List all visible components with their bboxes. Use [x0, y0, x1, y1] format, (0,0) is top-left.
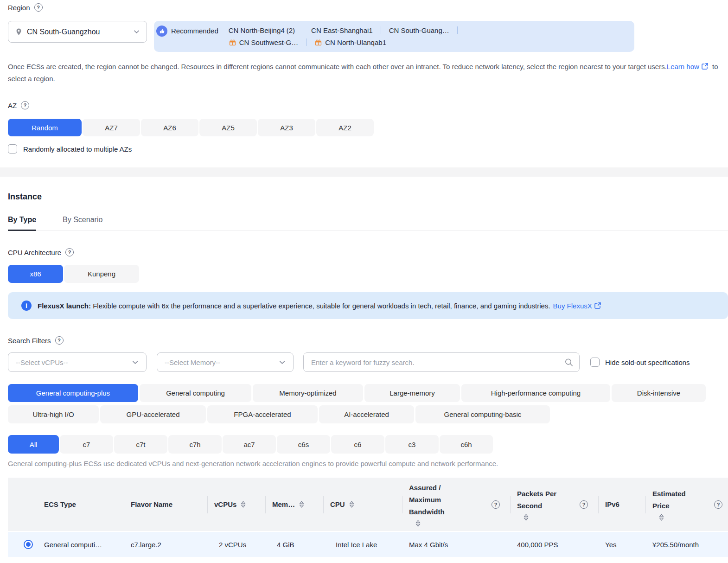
cpu-arch-help-icon[interactable]	[65, 248, 74, 256]
header-bandwidth: Assured / Maximum Bandwidth	[402, 478, 510, 531]
region-help-icon[interactable]	[34, 3, 43, 12]
banner-body-text: Flexible compute with 6x the performance…	[91, 302, 550, 310]
info-icon	[21, 301, 32, 311]
row-memory: 4 GiB	[265, 532, 323, 557]
family-c6s[interactable]: c6s	[277, 435, 330, 454]
header-bandwidth-line2: Maximum	[409, 494, 445, 506]
category-general-computing-plus[interactable]: General computing-plus	[8, 384, 138, 402]
header-bandwidth-line1: Assured /	[409, 482, 445, 494]
category-large-memory[interactable]: Large-memory	[364, 384, 460, 402]
category-ai-accelerated[interactable]: AI-accelerated	[319, 405, 414, 423]
category-row-1: General computing-plus General computing…	[8, 384, 728, 402]
memory-select-placeholder: --Select Memory--	[165, 358, 279, 366]
header-price-line1: Estimated	[652, 488, 686, 500]
row-pps: 400,000 PPS	[510, 532, 598, 557]
table-row[interactable]: General computi… c7.large.2 2 vCPUs 4 Gi…	[8, 531, 728, 557]
header-vcpus-label: vCPUs	[214, 500, 236, 508]
separator	[457, 26, 458, 34]
cpu-arch-label-row: CPU Architecture	[8, 248, 728, 256]
az-option-random[interactable]: Random	[8, 119, 82, 136]
region-select[interactable]: CN South-Guangzhou	[8, 21, 147, 43]
bandwidth-help-icon[interactable]	[492, 500, 500, 509]
row-ecs-type: General computi…	[36, 532, 124, 557]
keyword-search-input[interactable]	[303, 352, 580, 372]
multi-az-label: Randomly allocated to multiple AZs	[23, 145, 132, 153]
recommended-region-link[interactable]: CN North-Ulanqab1	[314, 38, 386, 46]
pps-help-icon[interactable]	[580, 500, 588, 509]
sort-icon[interactable]	[241, 500, 246, 508]
recommended-regions-panel: Recommended CN North-Beijing4 (2) CN Eas…	[154, 21, 634, 52]
vcpus-select[interactable]: --Select vCPUs--	[8, 352, 147, 372]
separator	[306, 38, 307, 46]
row-radio-cell	[8, 532, 36, 557]
row-radio-selected[interactable]	[24, 540, 33, 549]
sort-icon[interactable]	[415, 519, 445, 527]
sort-icon[interactable]	[299, 500, 304, 508]
recommended-label: Recommended	[171, 27, 218, 35]
flexusx-banner: FlexusX launch: Flexible compute with 6x…	[8, 292, 728, 319]
multi-az-checkbox[interactable]	[8, 144, 17, 154]
chevron-down-icon	[132, 359, 139, 366]
instance-title: Instance	[8, 192, 728, 202]
category-general-computing[interactable]: General computing	[140, 384, 251, 402]
header-memory: Mem…	[265, 478, 323, 531]
recommended-row-2: CN Southwest-G… CN North-Ulanqab1	[229, 36, 466, 48]
sort-icon[interactable]	[659, 513, 686, 521]
category-fpga-accelerated[interactable]: FPGA-accelerated	[207, 405, 318, 423]
recommended-region-link[interactable]: CN South-Guang…	[389, 26, 449, 34]
family-ac7[interactable]: ac7	[223, 435, 276, 454]
region-note-text: Once ECSs are created, the region cannot…	[8, 63, 667, 70]
memory-select[interactable]: --Select Memory--	[157, 352, 294, 372]
header-cpu: CPU	[323, 478, 402, 531]
category-ultra-high-io[interactable]: Ultra-high I/O	[8, 405, 99, 423]
family-c7h[interactable]: c7h	[168, 435, 222, 454]
az-help-icon[interactable]	[21, 101, 29, 109]
recommended-region-link[interactable]: CN East-Shanghai1	[311, 26, 373, 34]
az-option-az7[interactable]: AZ7	[83, 119, 140, 136]
family-c7[interactable]: c7	[60, 435, 113, 454]
family-all[interactable]: All	[8, 435, 59, 454]
buy-flexusx-link[interactable]: Buy FlexusX	[553, 302, 592, 310]
category-row-2: Ultra-high I/O GPU-accelerated FPGA-acce…	[8, 405, 728, 423]
az-option-az5[interactable]: AZ5	[199, 119, 257, 136]
category-memory-optimized[interactable]: Memory-optimized	[253, 384, 363, 402]
banner-text: FlexusX launch: Flexible compute with 6x…	[38, 302, 550, 310]
location-pin-icon	[15, 28, 23, 36]
category-disk-intensive[interactable]: Disk-intensive	[612, 384, 706, 402]
search-filters-help-icon[interactable]	[55, 336, 64, 345]
row-vcpus: 2 vCPUs	[207, 532, 265, 557]
search-icon[interactable]	[564, 358, 573, 367]
az-option-az6[interactable]: AZ6	[141, 119, 198, 136]
category-high-performance-computing[interactable]: High-performance computing	[461, 384, 610, 402]
sort-icon[interactable]	[524, 513, 556, 521]
az-label-row: AZ	[8, 101, 728, 109]
region-select-value: CN South-Guangzhou	[27, 28, 129, 36]
tab-by-scenario[interactable]: By Scenario	[63, 216, 102, 230]
arch-option-x86[interactable]: x86	[8, 265, 63, 283]
sort-icon[interactable]	[349, 500, 354, 508]
cpu-arch-options: x86 Kunpeng	[8, 265, 728, 283]
recommended-region-link[interactable]: CN North-Beijing4 (2)	[229, 26, 295, 34]
learn-how-link[interactable]: Learn how	[667, 63, 699, 70]
arch-option-kunpeng[interactable]: Kunpeng	[64, 265, 139, 283]
header-radio-col	[8, 478, 36, 531]
hide-soldout-checkbox[interactable]	[590, 358, 600, 367]
banner-bold-text: FlexusX launch:	[38, 302, 91, 310]
family-c7t[interactable]: c7t	[114, 435, 167, 454]
az-option-az3[interactable]: AZ3	[258, 119, 315, 136]
az-option-az2[interactable]: AZ2	[316, 119, 374, 136]
header-pps-line2: Second	[517, 500, 556, 512]
header-price: Estimated Price	[645, 478, 728, 531]
family-c3[interactable]: c3	[385, 435, 439, 454]
category-general-computing-basic[interactable]: General computing-basic	[415, 405, 550, 423]
family-c6[interactable]: c6	[331, 435, 384, 454]
category-gpu-accelerated[interactable]: GPU-accelerated	[100, 405, 206, 423]
tab-by-type[interactable]: By Type	[8, 216, 36, 230]
family-c6h[interactable]: c6h	[440, 435, 493, 454]
price-help-icon[interactable]	[714, 500, 722, 509]
row-flavor-name: c7.large.2	[124, 532, 207, 557]
recommended-region-link[interactable]: CN Southwest-G…	[229, 38, 299, 46]
instance-section: Instance By Type By Scenario CPU Archite…	[0, 177, 728, 557]
search-filters-row: --Select vCPUs-- --Select Memory-- Hide …	[8, 352, 728, 372]
header-pps: Packets Per Second	[510, 478, 598, 531]
